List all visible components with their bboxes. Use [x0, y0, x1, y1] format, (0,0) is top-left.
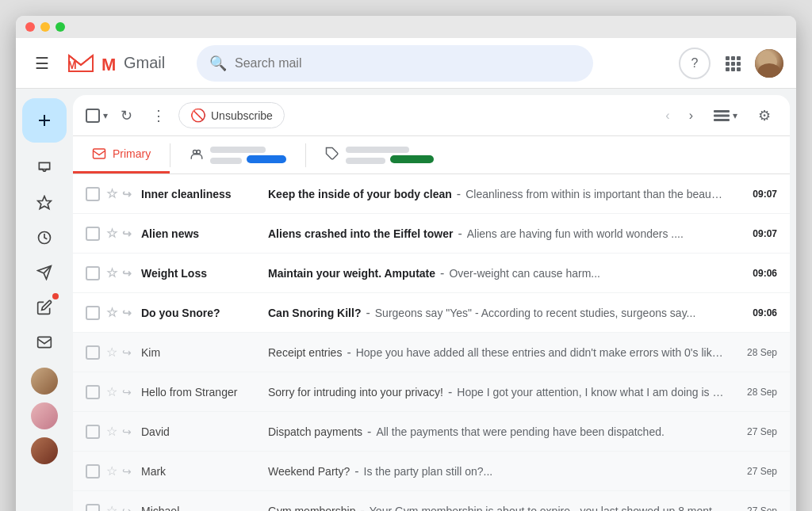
- tab-promotions[interactable]: [306, 136, 453, 174]
- forward-icon[interactable]: ↪: [122, 465, 132, 478]
- email-subject: Sorry for intruding into your privacy!: [268, 386, 443, 399]
- row-checkbox[interactable]: [86, 345, 100, 360]
- forward-icon[interactable]: ↪: [122, 267, 132, 280]
- svg-rect-3: [731, 56, 735, 60]
- row-checkbox[interactable]: [86, 425, 100, 439]
- select-dropdown-arrow[interactable]: ▾: [103, 110, 108, 121]
- star-button[interactable]: ☆: [106, 424, 117, 439]
- apps-icon[interactable]: [717, 48, 749, 79]
- svg-rect-19: [714, 114, 730, 116]
- account-avatar[interactable]: [755, 49, 783, 78]
- compose-button[interactable]: [22, 98, 67, 143]
- email-sender: Michael: [141, 505, 268, 512]
- star-button[interactable]: ☆: [106, 345, 117, 360]
- tab-social[interactable]: [170, 136, 305, 174]
- sidebar-item-snoozed[interactable]: [29, 222, 60, 254]
- view-toggle-button[interactable]: ▾: [706, 105, 745, 126]
- email-time: 27 Sep: [737, 466, 777, 477]
- forward-icon[interactable]: ↪: [122, 386, 132, 399]
- sidebar-item-drafts[interactable]: [29, 292, 60, 323]
- email-sender: Do you Snore?: [141, 307, 268, 319]
- sidebar-item-mail[interactable]: [29, 326, 60, 358]
- email-subject: Receipt entries: [268, 346, 342, 359]
- sidebar-item-inbox[interactable]: [29, 152, 60, 184]
- forward-icon[interactable]: ↪: [122, 346, 132, 359]
- star-button[interactable]: ☆: [106, 265, 117, 280]
- row-checkbox[interactable]: [86, 385, 100, 399]
- forward-icon[interactable]: ↪: [122, 425, 132, 438]
- row-checkbox[interactable]: [86, 227, 100, 241]
- email-time: 27 Sep: [737, 426, 777, 437]
- refresh-button[interactable]: ↻: [114, 101, 139, 131]
- email-snippet: Hope I got your attention, I know what I…: [457, 386, 725, 399]
- email-row[interactable]: ☆ ↪ Kim Receipt entries - Hope you have …: [73, 333, 790, 372]
- primary-tab-icon: [92, 147, 106, 161]
- search-input[interactable]: [235, 56, 580, 71]
- nav-next-button[interactable]: ›: [683, 102, 699, 129]
- star-button[interactable]: ☆: [106, 186, 117, 201]
- row-checkbox[interactable]: [86, 266, 100, 280]
- star-button[interactable]: ☆: [106, 226, 117, 241]
- sidebar-avatar-3[interactable]: [31, 437, 58, 464]
- star-button[interactable]: ☆: [106, 503, 117, 511]
- row-checkbox[interactable]: [86, 504, 100, 512]
- promotions-tab-label-group: [346, 144, 434, 164]
- email-row[interactable]: ☆ ↪ Hello from Stranger Sorry for intrud…: [73, 372, 790, 412]
- email-row[interactable]: ☆ ↪ Do you Snore? Can Snoring Kill? - Su…: [73, 293, 790, 333]
- email-separator: -: [440, 266, 444, 280]
- close-button[interactable]: [25, 22, 35, 32]
- star-button[interactable]: ☆: [106, 463, 117, 479]
- header-left: ☰ M M Gmail: [29, 48, 187, 79]
- email-row[interactable]: ☆ ↪ Alien news Aliens crashed into the E…: [73, 214, 790, 254]
- tab-primary[interactable]: Primary: [73, 136, 170, 174]
- email-row[interactable]: ☆ ↪ Mark Weekend Party? - Is the party p…: [73, 452, 790, 491]
- svg-rect-10: [737, 67, 741, 71]
- forward-icon[interactable]: ↪: [122, 227, 132, 240]
- forward-icon[interactable]: ↪: [122, 307, 132, 319]
- social-tab-label-group: [210, 144, 286, 164]
- sidebar: [16, 89, 73, 511]
- sidebar-avatar-2[interactable]: [31, 402, 58, 429]
- email-sender: Inner cleanliness: [141, 188, 268, 200]
- search-bar[interactable]: 🔍: [197, 45, 593, 82]
- toolbar: ▾ ↻ ⋮ 🚫 Unsubscribe ‹ ›: [73, 95, 790, 136]
- email-sender: Weight Loss: [141, 267, 268, 280]
- nav-prev-button[interactable]: ‹: [659, 102, 676, 129]
- minimize-button[interactable]: [40, 22, 50, 32]
- sidebar-avatar-1[interactable]: [31, 368, 58, 395]
- drafts-badge: [52, 293, 59, 299]
- svg-text:M: M: [67, 59, 77, 71]
- email-sender: Kim: [141, 346, 268, 359]
- email-row[interactable]: ☆ ↪ Inner cleanliness Keep the inside of…: [73, 174, 790, 214]
- star-button[interactable]: ☆: [106, 384, 117, 399]
- maximize-button[interactable]: [56, 22, 65, 32]
- settings-button[interactable]: ⚙: [752, 101, 777, 131]
- email-row[interactable]: ☆ ↪ Michael Gym membership - Your Gym me…: [73, 491, 790, 511]
- main-container: ▾ ↻ ⋮ 🚫 Unsubscribe ‹ ›: [16, 89, 796, 511]
- email-content: Can Snoring Kill? - Surgeons say "Yes" -…: [268, 306, 725, 320]
- email-snippet: Hope you have added all these entries an…: [356, 346, 725, 359]
- svg-point-23: [197, 151, 201, 154]
- unsubscribe-button[interactable]: 🚫 Unsubscribe: [178, 102, 285, 128]
- select-all-checkbox[interactable]: [86, 109, 100, 123]
- sidebar-item-sent[interactable]: [29, 257, 60, 288]
- sidebar-item-starred[interactable]: [29, 187, 60, 219]
- svg-rect-17: [38, 337, 52, 347]
- help-button[interactable]: ?: [679, 48, 710, 79]
- email-time: 09:06: [737, 307, 777, 318]
- star-button[interactable]: ☆: [106, 305, 117, 320]
- svg-rect-8: [726, 67, 730, 71]
- gmail-logo-icon: M: [65, 51, 97, 75]
- hamburger-icon[interactable]: ☰: [29, 48, 56, 79]
- email-snippet: Over-weight can cause harm...: [449, 267, 600, 280]
- row-checkbox[interactable]: [86, 464, 100, 479]
- row-checkbox[interactable]: [86, 187, 100, 201]
- forward-icon[interactable]: ↪: [122, 188, 132, 200]
- email-row[interactable]: ☆ ↪ David Dispatch payments - All the pa…: [73, 412, 790, 452]
- row-checkbox[interactable]: [86, 306, 100, 320]
- email-content: Keep the inside of your body clean - Cle…: [268, 187, 725, 201]
- forward-icon[interactable]: ↪: [122, 505, 132, 512]
- more-options-button[interactable]: ⋮: [145, 101, 172, 131]
- email-row[interactable]: ☆ ↪ Weight Loss Maintain your weight. Am…: [73, 254, 790, 293]
- email-time: 27 Sep: [737, 505, 777, 512]
